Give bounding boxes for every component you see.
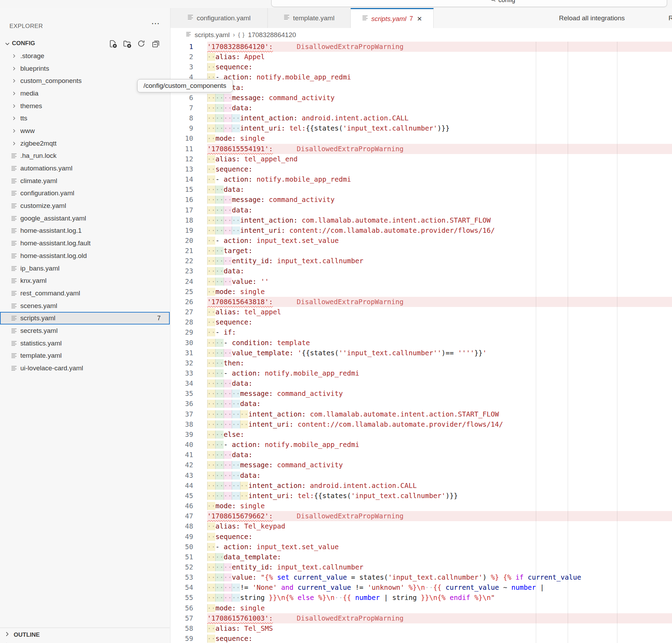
- tree-item-climate-yaml[interactable]: climate.yaml: [0, 175, 170, 187]
- code-line-45[interactable]: 45··········intent_uri: tel:{{states('in…: [170, 491, 672, 501]
- code-line-3[interactable]: 3··sequence:: [170, 62, 672, 72]
- code-line-25[interactable]: 25··mode: single: [170, 287, 672, 297]
- code-line-24[interactable]: 24······value: '': [170, 277, 672, 287]
- code-line-17[interactable]: 17······data:: [170, 205, 672, 215]
- code-line-54[interactable]: 54········!= 'None' and current_value !=…: [170, 582, 672, 593]
- breadcrumb-symbol[interactable]: 1708328864120: [248, 31, 296, 39]
- code-line-58[interactable]: 58··alias: Tel_SMS: [170, 623, 672, 634]
- code-line-1[interactable]: 1'1708328864120':DisallowedExtraPropWarn…: [170, 42, 672, 52]
- code-line-26[interactable]: 26'1708615643818':DisallowedExtraPropWar…: [170, 297, 672, 307]
- tree-item-configuration-yaml[interactable]: configuration.yaml: [0, 187, 170, 200]
- code-line-50[interactable]: 50··- action: input_text.set_value: [170, 542, 672, 552]
- code-line-16[interactable]: 16······message: command_activity: [170, 195, 672, 205]
- code-line-57[interactable]: 57'1708615761003':DisallowedExtraPropWar…: [170, 613, 672, 623]
- code-line-5[interactable]: 5····data:: [170, 83, 672, 93]
- tree-item-automations-yaml[interactable]: automations.yaml: [0, 162, 170, 175]
- code-line-46[interactable]: 46··mode: single: [170, 501, 672, 511]
- code-line-42[interactable]: 42········message: command_activity: [170, 460, 672, 470]
- code-line-18[interactable]: 18········intent_action: com.llamalab.au…: [170, 215, 672, 225]
- new-folder-icon[interactable]: [122, 39, 132, 48]
- code-line-6[interactable]: 6······message: command_activity: [170, 93, 672, 103]
- code-line-11[interactable]: 11'1708615554191':DisallowedExtraPropWar…: [170, 144, 672, 154]
- code-line-19[interactable]: 19········intent_uri: content://com.llam…: [170, 225, 672, 236]
- code-line-59[interactable]: 59··sequence:: [170, 634, 672, 643]
- code-line-2[interactable]: 2··alias: Appel: [170, 52, 672, 62]
- breadcrumb-file[interactable]: scripts.yaml: [195, 31, 230, 39]
- tree-item--storage[interactable]: .storage: [0, 50, 170, 62]
- code-line-41[interactable]: 41······data:: [170, 450, 672, 460]
- code-editor[interactable]: 1'1708328864120':DisallowedExtraPropWarn…: [170, 42, 672, 643]
- code-line-12[interactable]: 12··alias: tel_appel_end: [170, 154, 672, 164]
- code-line-20[interactable]: 20··- action: input_text.set_value: [170, 236, 672, 246]
- code-line-51[interactable]: 51····data_template:: [170, 552, 672, 562]
- code-line-27[interactable]: 27··alias: tel_appel: [170, 307, 672, 317]
- tab-configuration-yaml[interactable]: configuration.yaml: [170, 8, 268, 28]
- tab-template-yaml[interactable]: template.yaml: [268, 8, 351, 28]
- code-line-14[interactable]: 14··- action: notify.mobile_app_redmi: [170, 174, 672, 184]
- code-line-38[interactable]: 38··········intent_uri: content://com.ll…: [170, 419, 672, 429]
- tree-item-ui-lovelace-card-yaml[interactable]: ui-lovelace-card.yaml: [0, 362, 170, 375]
- code-line-48[interactable]: 48··alias: Tel_keypad: [170, 521, 672, 531]
- code-line-21[interactable]: 21····target:: [170, 246, 672, 256]
- code-line-31[interactable]: 31······value_template: '{{states(''inpu…: [170, 348, 672, 358]
- code-line-10[interactable]: 10··mode: single: [170, 133, 672, 144]
- code-line-30[interactable]: 30····- condition: template: [170, 338, 672, 348]
- code-line-56[interactable]: 56··mode: single: [170, 603, 672, 613]
- refresh-icon[interactable]: [136, 39, 146, 48]
- code-line-15[interactable]: 15····data:: [170, 184, 672, 195]
- new-file-icon[interactable]: [108, 39, 117, 48]
- tree-item-home-assistant-log-fault[interactable]: home-assistant.log.fault: [0, 237, 170, 250]
- code-line-9[interactable]: 9········intent_uri: tel:{{states('input…: [170, 123, 672, 133]
- code-line-29[interactable]: 29··- if:: [170, 327, 672, 337]
- tree-item-customize-yaml[interactable]: customize.yaml: [0, 200, 170, 212]
- tree-item-ip-bans-yaml[interactable]: ip_bans.yaml: [0, 262, 170, 275]
- code-line-43[interactable]: 43········data:: [170, 470, 672, 481]
- reload-all-integrations-button[interactable]: Reload all integrations: [559, 8, 625, 28]
- code-line-37[interactable]: 37··········intent_action: com.llamalab.…: [170, 409, 672, 419]
- tree-item-knx-yaml[interactable]: knx.yaml: [0, 274, 170, 287]
- code-line-23[interactable]: 23····data:: [170, 266, 672, 276]
- code-line-32[interactable]: 32····then:: [170, 358, 672, 368]
- tree-item-google-assistant-yaml[interactable]: google_assistant.yaml: [0, 212, 170, 225]
- code-line-39[interactable]: 39····else:: [170, 429, 672, 440]
- collapse-all-icon[interactable]: [151, 39, 160, 48]
- code-line-35[interactable]: 35········message: command_activity: [170, 389, 672, 399]
- tree-item-secrets-yaml[interactable]: secrets.yaml: [0, 324, 170, 337]
- tree-item-tts[interactable]: tts: [0, 112, 170, 125]
- tree-item-themes[interactable]: themes: [0, 100, 170, 112]
- explorer-more-actions-icon[interactable]: ⋯: [151, 19, 160, 28]
- code-line-44[interactable]: 44··········intent_action: android.inten…: [170, 481, 672, 491]
- tree-item-scenes-yaml[interactable]: scenes.yaml: [0, 300, 170, 312]
- code-line-40[interactable]: 40····- action: notify.mobile_app_redmi: [170, 440, 672, 450]
- command-center-search[interactable]: config: [271, 0, 667, 7]
- code-line-47[interactable]: 47'1708615679662':DisallowedExtraPropWar…: [170, 511, 672, 521]
- tree-item-zigbee2mqtt[interactable]: zigbee2mqtt: [0, 137, 170, 150]
- config-section-header[interactable]: CONFIG: [0, 38, 170, 49]
- tree-item-template-yaml[interactable]: template.yaml: [0, 350, 170, 362]
- tree-item-www[interactable]: www: [0, 125, 170, 137]
- code-line-36[interactable]: 36········data:: [170, 399, 672, 409]
- tree-item-rest-command-yaml[interactable]: rest_command.yaml: [0, 287, 170, 300]
- code-line-53[interactable]: 53······value: "{% set current_value = s…: [170, 572, 672, 582]
- code-line-33[interactable]: 33····- action: notify.mobile_app_redmi: [170, 368, 672, 378]
- code-line-8[interactable]: 8········intent_action: android.intent.a…: [170, 113, 672, 123]
- close-icon[interactable]: ✕: [417, 15, 422, 23]
- tree-item-home-assistant-log-1[interactable]: home-assistant.log.1: [0, 225, 170, 237]
- tab-scripts-yaml[interactable]: scripts.yaml7✕: [351, 8, 434, 28]
- code-line-49[interactable]: 49··sequence:: [170, 532, 672, 542]
- code-line-52[interactable]: 52······entity_id: input_text.callnumber: [170, 562, 672, 572]
- tree-item-home-assistant-log-old[interactable]: home-assistant.log.old: [0, 250, 170, 262]
- tree-item-blueprints[interactable]: blueprints: [0, 62, 170, 75]
- tree-item--ha-run-lock[interactable]: .ha_run.lock: [0, 150, 170, 162]
- code-line-22[interactable]: 22······entity_id: input_text.callnumber: [170, 256, 672, 266]
- code-line-13[interactable]: 13··sequence:: [170, 164, 672, 174]
- code-line-4[interactable]: 4··- action: notify.mobile_app_redmi: [170, 72, 672, 82]
- partial-action-button[interactable]: R: [668, 8, 672, 28]
- code-line-7[interactable]: 7······data:: [170, 103, 672, 113]
- tree-item-scripts-yaml[interactable]: scripts.yaml7: [0, 312, 170, 324]
- tree-item-statistics-yaml[interactable]: statistics.yaml: [0, 337, 170, 350]
- outline-section[interactable]: OUTLINE: [0, 628, 170, 643]
- code-line-34[interactable]: 34······data:: [170, 378, 672, 389]
- code-line-55[interactable]: 55········string }}\n{% else %}\n··{{ nu…: [170, 593, 672, 603]
- code-line-28[interactable]: 28··sequence:: [170, 317, 672, 327]
